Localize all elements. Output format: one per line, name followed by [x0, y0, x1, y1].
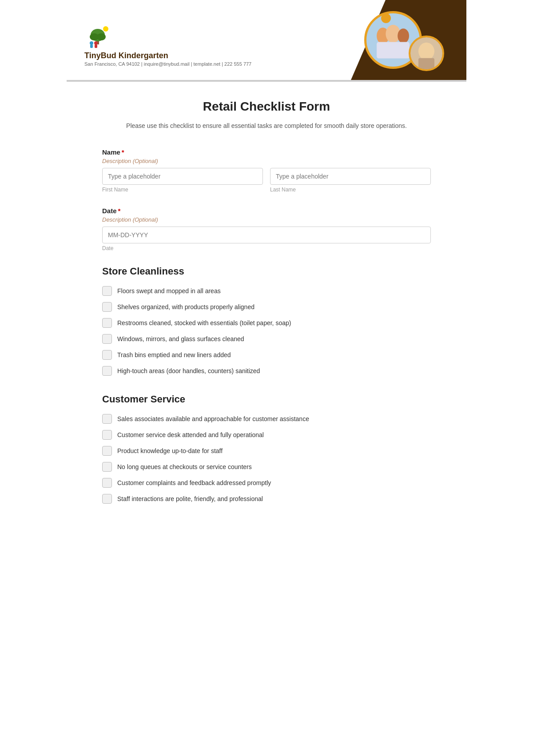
list-item: Trash bins emptied and new liners added	[102, 350, 431, 360]
store-cleanliness-list: Floors swept and mopped in all areasShel…	[102, 286, 431, 376]
store-cleanliness-title: Store Cleanliness	[102, 266, 431, 277]
list-item: Shelves organized, with products properl…	[102, 302, 431, 312]
brand-contact: San Francisco, CA 94102 | inquire@tinybu…	[84, 61, 251, 67]
form-title: Retail Checklist Form	[102, 99, 431, 114]
logo-icon	[84, 23, 111, 49]
date-field-group: Date* Description (Optional) Date	[102, 207, 431, 251]
checklist-label: Shelves organized, with products properl…	[117, 303, 255, 310]
checkbox-cs-0[interactable]	[102, 414, 112, 424]
main-content: Retail Checklist Form Please use this ch…	[67, 82, 466, 539]
list-item: High-touch areas (door handles, counters…	[102, 366, 431, 376]
header-decoration	[324, 9, 449, 80]
name-label: Name*	[102, 148, 431, 156]
name-description: Description (Optional)	[102, 158, 431, 164]
svg-rect-13	[377, 42, 410, 59]
date-input[interactable]	[102, 227, 431, 243]
list-item: Staff interactions are polite, friendly,…	[102, 494, 431, 504]
last-name-label: Last Name	[270, 187, 431, 193]
checklist-label: Trash bins emptied and new liners added	[117, 351, 231, 358]
svg-point-4	[103, 26, 108, 32]
date-description: Description (Optional)	[102, 216, 431, 223]
svg-rect-16	[418, 58, 434, 69]
checklist-label: Restrooms cleaned, stocked with essentia…	[117, 319, 291, 326]
list-item: Customer complaints and feedback address…	[102, 478, 431, 488]
svg-point-12	[398, 28, 409, 43]
brand-name: TinyBud Kindergarten	[84, 51, 168, 60]
checklist-label: Customer service desk attended and fully…	[117, 431, 264, 438]
checklist-label: High-touch areas (door handles, counters…	[117, 367, 260, 374]
checkbox-sc-1[interactable]	[102, 302, 112, 312]
date-sub-label: Date	[102, 245, 431, 251]
checklist-label: Customer complaints and feedback address…	[117, 479, 271, 486]
checklist-label: No long queues at checkouts or service c…	[117, 463, 252, 470]
list-item: No long queues at checkouts or service c…	[102, 462, 431, 472]
brand-area: TinyBud Kindergarten San Francisco, CA 9…	[84, 23, 251, 67]
svg-point-15	[418, 43, 434, 60]
list-item: Restrooms cleaned, stocked with essentia…	[102, 318, 431, 328]
checklist-label: Product knowledge up-to-date for staff	[117, 447, 223, 454]
checkbox-cs-2[interactable]	[102, 446, 112, 456]
circle-dot	[381, 13, 391, 23]
list-item: Product knowledge up-to-date for staff	[102, 446, 431, 456]
form-description: Please use this checklist to ensure all …	[102, 121, 431, 131]
name-row: First Name Last Name	[102, 168, 431, 193]
checkbox-sc-2[interactable]	[102, 318, 112, 328]
photo-small	[409, 36, 444, 71]
svg-point-5	[90, 41, 93, 45]
list-item: Windows, mirrors, and glass surfaces cle…	[102, 334, 431, 344]
first-name-input[interactable]	[102, 168, 263, 185]
last-name-col: Last Name	[270, 168, 431, 193]
list-item: Sales associates available and approacha…	[102, 414, 431, 424]
required-star-date: *	[118, 207, 121, 215]
checkbox-sc-4[interactable]	[102, 350, 112, 360]
checklist-label: Sales associates available and approacha…	[117, 415, 309, 422]
page-header: TinyBud Kindergarten San Francisco, CA 9…	[67, 0, 466, 80]
checkbox-sc-0[interactable]	[102, 286, 112, 296]
customer-service-list: Sales associates available and approacha…	[102, 414, 431, 504]
svg-rect-6	[90, 44, 93, 48]
checklist-label: Staff interactions are polite, friendly,…	[117, 495, 263, 502]
customer-service-section: Customer Service Sales associates availa…	[102, 394, 431, 504]
svg-point-3	[97, 33, 106, 40]
checkbox-cs-5[interactable]	[102, 494, 112, 504]
list-item: Floors swept and mopped in all areas	[102, 286, 431, 296]
first-name-col: First Name	[102, 168, 263, 193]
customer-service-title: Customer Service	[102, 394, 431, 405]
date-label: Date*	[102, 207, 431, 215]
svg-rect-8	[95, 44, 97, 48]
checkbox-cs-1[interactable]	[102, 430, 112, 440]
store-cleanliness-section: Store Cleanliness Floors swept and moppe…	[102, 266, 431, 376]
checkbox-cs-3[interactable]	[102, 462, 112, 472]
svg-point-7	[94, 41, 98, 45]
list-item: Customer service desk attended and fully…	[102, 430, 431, 440]
checkbox-cs-4[interactable]	[102, 478, 112, 488]
required-star: *	[122, 148, 124, 156]
checkbox-sc-5[interactable]	[102, 366, 112, 376]
checklist-label: Floors swept and mopped in all areas	[117, 287, 221, 294]
name-field-group: Name* Description (Optional) First Name …	[102, 148, 431, 193]
last-name-input[interactable]	[270, 168, 431, 185]
logo-area	[84, 23, 111, 49]
checklist-label: Windows, mirrors, and glass surfaces cle…	[117, 335, 244, 342]
checkbox-sc-3[interactable]	[102, 334, 112, 344]
first-name-label: First Name	[102, 187, 263, 193]
